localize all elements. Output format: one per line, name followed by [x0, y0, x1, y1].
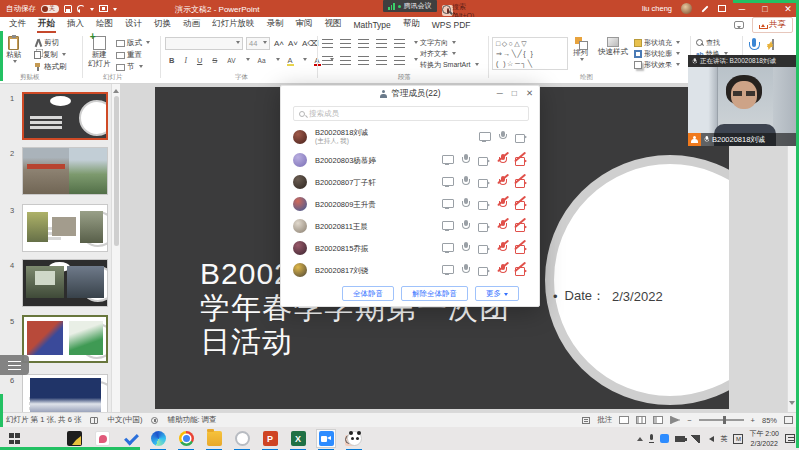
mic-icon[interactable] — [461, 220, 470, 231]
dialog-close-button[interactable]: ✕ — [526, 88, 533, 98]
ribbon-tab[interactable]: 开始 — [32, 16, 61, 33]
normal-view-icon[interactable] — [619, 416, 629, 424]
layout-button[interactable]: 版式 — [116, 38, 150, 48]
camera-icon[interactable] — [478, 156, 490, 165]
section-button[interactable]: 节 — [116, 62, 143, 72]
ribbon-tab[interactable]: MathType — [348, 18, 397, 33]
mic-icon[interactable] — [461, 154, 470, 165]
ribbon-tab[interactable]: 文件 — [3, 16, 32, 33]
bold-button[interactable]: B — [167, 56, 176, 65]
more-button[interactable]: 更多 — [475, 286, 519, 301]
meeting-video-panel[interactable]: 正在讲话: B20020818刘诚 B20020818刘诚 — [688, 55, 799, 146]
user-name[interactable]: liu cheng — [642, 4, 672, 13]
italic-button[interactable]: I — [182, 56, 189, 65]
undo-icon[interactable] — [77, 5, 85, 12]
align-right-icon[interactable] — [358, 56, 369, 65]
line-spacing-icon[interactable] — [394, 39, 405, 48]
bullets-icon[interactable] — [322, 39, 333, 48]
zoom-level[interactable]: 85% — [762, 416, 777, 425]
start-button[interactable] — [9, 433, 20, 444]
columns-icon[interactable] — [394, 56, 405, 65]
shape-effects-button[interactable]: 形状效果 — [634, 60, 680, 70]
arrange-button[interactable]: 排列 — [573, 37, 588, 63]
numbering-icon[interactable] — [340, 39, 351, 48]
reading-view-icon[interactable] — [653, 416, 663, 424]
highlight-color-button[interactable]: A — [286, 56, 295, 65]
font-name-select[interactable] — [165, 37, 243, 50]
member-row[interactable]: B20020815乔振 — [281, 237, 539, 259]
screen-share-icon[interactable] — [442, 221, 453, 231]
underline-button[interactable]: U — [195, 56, 204, 65]
quick-styles-button[interactable]: 快速样式 — [598, 37, 628, 56]
unmute-all-button[interactable]: 解除全体静音 — [401, 286, 468, 301]
member-row[interactable]: B20020803杨慕婷 — [281, 149, 539, 171]
mute-all-button[interactable]: 全体静音 — [342, 286, 394, 301]
reset-button[interactable]: 重置 — [116, 50, 142, 60]
font-size-select[interactable]: 44 — [246, 37, 270, 50]
mic-icon[interactable] — [461, 242, 470, 253]
search-input[interactable]: 搜索(Alt+Q) — [442, 5, 453, 16]
comments-icon[interactable] — [734, 21, 744, 29]
member-search-input[interactable]: 搜索成员 — [293, 106, 529, 121]
cut-button[interactable]: 剪切 — [34, 38, 59, 48]
ribbon-tab[interactable]: 帮助 — [397, 16, 426, 33]
language-indicator[interactable]: 中文(中国) — [107, 415, 142, 425]
text-direction-button[interactable]: 文字方向 — [420, 38, 456, 48]
copy-button[interactable]: 复制 — [34, 50, 66, 60]
zoom-slider[interactable] — [699, 419, 744, 421]
dialog-minimize-button[interactable]: ─ — [497, 88, 503, 98]
member-row[interactable]: B20020811王晨 — [281, 215, 539, 237]
ribbon-tab[interactable]: 切换 — [148, 16, 177, 33]
autosave-toggle[interactable]: 关 — [41, 5, 59, 13]
taskbar-app-explorer[interactable] — [205, 430, 223, 447]
align-center-icon[interactable] — [340, 56, 351, 65]
change-case-button[interactable]: Aa — [256, 57, 268, 64]
slideshow-view-icon[interactable] — [670, 416, 680, 424]
camera-icon[interactable] — [478, 178, 490, 187]
paste-button[interactable]: 粘贴 — [6, 36, 21, 65]
grow-font-button[interactable]: A˄ — [274, 39, 284, 48]
smartart-button[interactable]: 转换为 SmartArt — [420, 60, 479, 70]
comments-toggle[interactable]: 批注 — [597, 415, 612, 425]
align-text-button[interactable]: 对齐文本 — [420, 49, 456, 59]
justify-icon[interactable] — [376, 56, 387, 65]
dialog-maximize-button[interactable]: □ — [512, 88, 517, 98]
taskbar-app-panda[interactable] — [345, 430, 363, 447]
shape-outline-button[interactable]: 形状轮廓 — [634, 49, 680, 59]
member-row[interactable]: B20020818刘诚 (主持人, 我) — [281, 124, 539, 149]
action-center-icon[interactable] — [785, 434, 795, 443]
decrease-indent-icon[interactable] — [358, 39, 369, 48]
camera-icon[interactable] — [478, 222, 490, 231]
tray-mic-icon[interactable] — [649, 434, 654, 443]
camera-icon[interactable] — [478, 200, 490, 209]
spellcheck-icon[interactable] — [90, 417, 98, 424]
taskbar-app-dark[interactable] — [65, 430, 83, 447]
ribbon-tab[interactable]: 设计 — [119, 16, 148, 33]
ribbon-tab[interactable]: 审阅 — [290, 16, 319, 33]
taskbar-app-chrome[interactable] — [177, 430, 195, 447]
notes-icon[interactable] — [582, 417, 590, 424]
ime-language[interactable]: 英 — [720, 434, 727, 444]
camera-icon[interactable] — [478, 244, 490, 253]
find-button[interactable]: 查找 — [696, 38, 720, 48]
tray-expand-icon[interactable] — [637, 434, 643, 441]
ribbon-tab[interactable]: WPS PDF — [426, 18, 477, 33]
taskbar-app-circle[interactable] — [233, 430, 251, 447]
increase-indent-icon[interactable] — [376, 39, 387, 48]
thumbnail-scrollbar[interactable] — [111, 84, 120, 412]
taskbar-app-excel[interactable]: X — [289, 430, 307, 447]
fit-to-window-icon[interactable] — [784, 416, 793, 424]
ribbon-tab[interactable]: 动画 — [177, 16, 206, 33]
battery-icon[interactable] — [675, 436, 685, 442]
maximize-button[interactable]: □ — [758, 4, 772, 14]
ribbon-options-icon[interactable] — [718, 5, 726, 12]
shape-fill-button[interactable]: 形状填充 — [634, 38, 680, 48]
avatar[interactable] — [681, 3, 692, 14]
slide-sorter-icon[interactable] — [636, 416, 646, 424]
screen-share-icon[interactable] — [442, 199, 453, 209]
quickaccess-more-icon[interactable] — [113, 8, 117, 13]
mic-icon[interactable] — [461, 176, 470, 187]
screen-share-icon[interactable] — [442, 265, 453, 275]
mic-icon[interactable] — [461, 198, 470, 209]
save-icon[interactable] — [64, 5, 72, 13]
